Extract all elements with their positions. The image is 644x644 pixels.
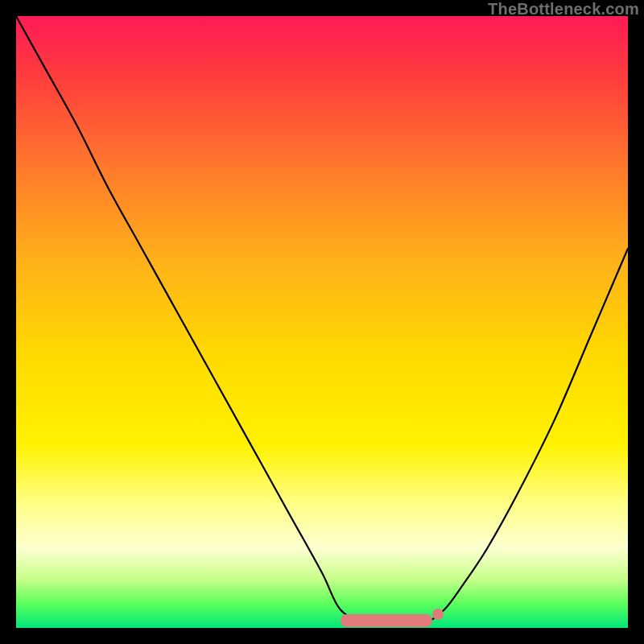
bottleneck-curve: [16, 16, 628, 628]
chart-frame: TheBottleneck.com: [0, 0, 644, 644]
plot-area: [16, 16, 628, 628]
watermark-text: TheBottleneck.com: [488, 0, 639, 19]
trough-highlight: [341, 614, 432, 627]
